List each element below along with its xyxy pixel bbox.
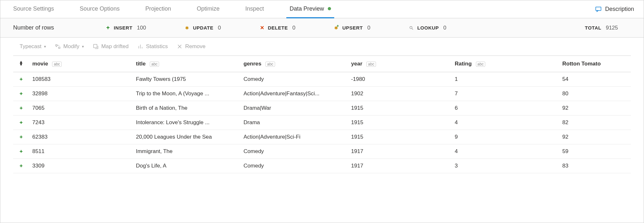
statistics-icon — [138, 44, 143, 49]
comment-icon — [595, 6, 602, 13]
table-row[interactable]: +7243Intolerance: Love's Struggle ...Dra… — [13, 116, 631, 130]
tab-inspect[interactable]: Inspect — [242, 0, 267, 18]
cell-title: Trip to the Moon, A (Voyage ... — [133, 87, 240, 101]
sort-icon: ▴▾ — [20, 60, 22, 66]
cell-rating: 9 — [452, 130, 559, 144]
column-header-rating[interactable]: Rating abc — [452, 56, 559, 72]
cell-rotton-tomato: 59 — [559, 144, 631, 159]
row-insert-icon: + — [13, 101, 29, 116]
cell-genres: Action|Adventure|Sci-Fi — [240, 130, 348, 144]
cell-movie: 7243 — [29, 116, 133, 130]
cell-rotton-tomato: 92 — [559, 101, 631, 116]
row-insert-icon: + — [13, 87, 29, 101]
stat-upsert: ✱+ UPSERT 0 — [334, 25, 370, 31]
row-insert-icon: + — [13, 72, 29, 87]
modify-button[interactable]: Modify ▾ — [55, 43, 84, 50]
cell-genres: Drama|War — [240, 101, 348, 116]
chevron-down-icon: ▾ — [44, 44, 46, 49]
column-header-rotton-tomato[interactable]: Rotton Tomato — [559, 56, 631, 72]
cell-genres: Comedy — [240, 159, 348, 173]
table-row[interactable]: +32898Trip to the Moon, A (Voyage ...Act… — [13, 87, 631, 101]
cell-rating: 1 — [452, 72, 559, 87]
cell-genres: Comedy — [240, 72, 348, 87]
tab-projection[interactable]: Projection — [142, 0, 174, 18]
type-badge: abc — [366, 62, 376, 67]
table-row[interactable]: +108583Fawlty Towers (1975Comedy-1980154 — [13, 72, 631, 87]
cell-year: 1902 — [348, 87, 452, 101]
typecast-button[interactable]: Typecast ▾ — [20, 43, 46, 50]
type-badge: abc — [52, 62, 61, 67]
cell-year: 1917 — [348, 144, 452, 159]
stats-bar: Number of rows + INSERT 100 ✱ UPDATE 0 ✕… — [0, 18, 644, 38]
plus-icon: + — [105, 25, 111, 30]
column-header-genres[interactable]: genres abc — [240, 56, 348, 72]
sort-column[interactable]: ▴▾ — [13, 56, 29, 72]
stat-total: TOTAL 9125 — [585, 25, 618, 31]
svg-rect-5 — [94, 44, 97, 48]
toolbar: Typecast ▾ Modify ▾ Map drifted Statisti… — [0, 38, 644, 56]
column-header-title[interactable]: title abc — [133, 56, 240, 72]
cell-rotton-tomato: 92 — [559, 130, 631, 144]
table-row[interactable]: +7065Birth of a Nation, TheDrama|War1915… — [13, 101, 631, 116]
map-drifted-icon — [93, 44, 99, 49]
map-drifted-button[interactable]: Map drifted — [93, 43, 129, 50]
table-row[interactable]: +3309Dog's Life, AComedy1917383 — [13, 159, 631, 173]
cell-genres: Drama — [240, 116, 348, 130]
svg-rect-0 — [596, 7, 601, 10]
cell-movie: 8511 — [29, 144, 133, 159]
cell-title: Birth of a Nation, The — [133, 101, 240, 116]
status-dot-icon — [328, 7, 331, 10]
row-insert-icon: + — [13, 116, 29, 130]
asterisk-icon: ✱ — [184, 25, 190, 30]
cell-rotton-tomato: 54 — [559, 72, 631, 87]
remove-button[interactable]: Remove — [177, 43, 205, 50]
tab-data-preview[interactable]: Data Preview — [286, 0, 334, 18]
cell-rating: 4 — [452, 116, 559, 130]
cell-movie: 3309 — [29, 159, 133, 173]
cell-title: Intolerance: Love's Struggle ... — [133, 116, 240, 130]
svg-rect-3 — [56, 45, 57, 46]
rows-label: Number of rows — [13, 24, 54, 31]
column-header-year[interactable]: year abc — [348, 56, 452, 72]
upsert-icon: ✱+ — [334, 25, 339, 30]
cell-rotton-tomato: 83 — [559, 159, 631, 173]
data-table-wrap[interactable]: ▴▾ movie abc title abc genres abc year a… — [0, 56, 644, 173]
stat-insert: + INSERT 100 — [105, 25, 146, 31]
cell-title: Dog's Life, A — [133, 159, 240, 173]
cell-title: Immigrant, The — [133, 144, 240, 159]
search-icon — [409, 25, 414, 30]
chevron-down-icon: ▾ — [82, 44, 84, 49]
tab-source-settings[interactable]: Source Settings — [10, 0, 57, 18]
svg-line-2 — [412, 28, 413, 30]
cell-year: 1915 — [348, 116, 452, 130]
tab-source-options[interactable]: Source Options — [76, 0, 123, 18]
svg-rect-4 — [58, 47, 60, 49]
cell-title: 20,000 Leagues Under the Sea — [133, 130, 240, 144]
table-row[interactable]: +6238320,000 Leagues Under the SeaAction… — [13, 130, 631, 144]
cell-movie: 108583 — [29, 72, 133, 87]
tab-optimize[interactable]: Optimize — [193, 0, 223, 18]
remove-icon — [177, 44, 183, 49]
cell-rotton-tomato: 80 — [559, 87, 631, 101]
cell-movie: 32898 — [29, 87, 133, 101]
cell-year: 1915 — [348, 130, 452, 144]
cell-rating: 7 — [452, 87, 559, 101]
svg-point-1 — [410, 26, 412, 29]
statistics-button[interactable]: Statistics — [138, 43, 168, 50]
cell-rating: 4 — [452, 144, 559, 159]
column-header-movie[interactable]: movie abc — [29, 56, 133, 72]
stat-delete: ✕ DELETE 0 — [259, 25, 295, 31]
cell-movie: 7065 — [29, 101, 133, 116]
row-insert-icon: + — [13, 159, 29, 173]
row-insert-icon: + — [13, 144, 29, 159]
description-button[interactable]: Description — [595, 6, 634, 13]
table-row[interactable]: +8511Immigrant, TheComedy1917459 — [13, 144, 631, 159]
type-badge: abc — [476, 62, 485, 67]
modify-icon — [55, 44, 61, 49]
type-badge: abc — [265, 62, 275, 67]
cell-year: 1917 — [348, 159, 452, 173]
cell-year: 1915 — [348, 101, 452, 116]
stat-update: ✱ UPDATE 0 — [184, 25, 221, 31]
tab-bar: Source Settings Source Options Projectio… — [0, 0, 644, 18]
cell-rating: 6 — [452, 101, 559, 116]
